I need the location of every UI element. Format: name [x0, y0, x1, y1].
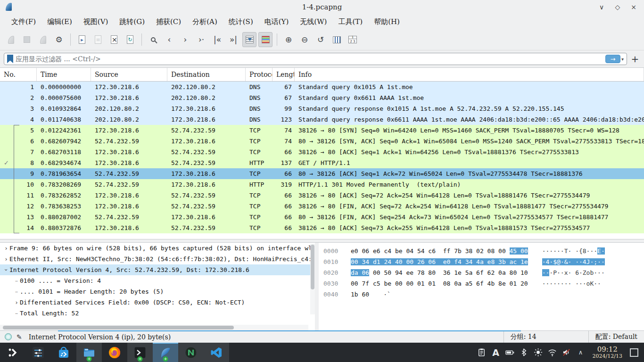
menu-help[interactable]: 帮助(H): [368, 16, 405, 28]
find-packet-button[interactable]: [146, 32, 160, 47]
menu-wireless[interactable]: 无线(W): [294, 16, 332, 28]
hex-bytes[interactable]: da 06 00 50 94 ee 78 80 36 1e 5a 6f 62 0…: [351, 267, 528, 278]
packet-row-6[interactable]: 60.68260794252.74.232.59172.30.218.6TCP7…: [0, 136, 644, 147]
auto-scroll-button[interactable]: [242, 32, 256, 47]
taskbar-discover-button[interactable]: [51, 343, 76, 362]
detail-line-4[interactable]: –0100 .... = Version: 4: [0, 275, 315, 286]
hex-row-4[interactable]: 003000 7f c5 be 00 00 01 01 08 0a a5 6f …: [323, 278, 644, 289]
packet-row-12[interactable]: 120.783638253172.30.218.652.74.232.59TCP…: [0, 201, 644, 212]
menu-go[interactable]: 跳转(G): [114, 16, 150, 28]
display-filter-box[interactable]: → ▾: [4, 53, 627, 65]
hex-bytes[interactable]: 00 34 d1 24 40 00 26 06 e0 f4 34 4a e8 3…: [351, 256, 528, 267]
column-header-len[interactable]: Length: [272, 68, 295, 81]
capture-comment-icon[interactable]: ✎: [17, 333, 22, 341]
close-button-icon[interactable]: ×: [629, 3, 638, 11]
ascii-bytes[interactable]: ······T· ·{8···E·: [542, 246, 605, 256]
zoom-out-button[interactable]: ⊖: [297, 32, 312, 47]
taskbar-neovim-button[interactable]: [178, 343, 204, 362]
column-header-proto[interactable]: Protocol: [246, 68, 272, 81]
add-filter-button[interactable]: +: [630, 53, 640, 65]
column-header-no[interactable]: No.: [0, 68, 37, 81]
filter-bookmark-icon[interactable]: [7, 55, 13, 63]
ascii-bytes[interactable]: ·4·$@·&· ··4J·;··: [542, 256, 605, 267]
go-to-packet-button[interactable]: ›·: [194, 32, 208, 47]
horizontal-splitter[interactable]: [0, 239, 644, 243]
hex-bytes[interactable]: 1b 60: [351, 289, 369, 300]
colorize-button[interactable]: [258, 32, 272, 47]
column-header-src[interactable]: Source: [91, 68, 167, 81]
taskbar-app-launcher-button[interactable]: [0, 343, 25, 362]
ascii-bytes[interactable]: ········ ···oK··: [542, 278, 605, 289]
collapsed-arrow-icon[interactable]: ›: [13, 297, 20, 308]
column-header-info[interactable]: Info: [295, 68, 644, 81]
hex-bytes[interactable]: 00 7f c5 be 00 00 01 01 08 0a a5 6f 4b 8…: [351, 278, 528, 289]
detail-line-2[interactable]: ›Ethernet II, Src: NewH3CTechno_7b:38:02…: [0, 254, 315, 264]
packet-row-7[interactable]: 70.682703118172.30.218.652.74.232.59TCP6…: [0, 147, 644, 157]
apply-filter-button[interactable]: →: [605, 55, 620, 63]
resize-columns-button[interactable]: [330, 32, 344, 47]
column-header-dst[interactable]: Destination: [167, 68, 246, 81]
taskbar-terminal-button[interactable]: +: [127, 343, 153, 362]
detail-line-3[interactable]: ›Internet Protocol Version 4, Src: 52.74…: [0, 264, 315, 275]
packet-row-10[interactable]: 100.78320826952.74.232.59172.30.218.6HTT…: [0, 179, 644, 190]
packet-row-4[interactable]: 40.011740638202.120.80.2172.30.218.6DNS1…: [0, 114, 644, 125]
taskbar-vscode-button[interactable]: [204, 343, 229, 362]
minimize-button-icon[interactable]: ∨: [597, 3, 606, 11]
hex-row-3[interactable]: 0020da 06 00 50 94 ee 78 80 36 1e 5a 6f …: [323, 267, 644, 278]
menu-analyze[interactable]: 分析(A): [187, 16, 223, 28]
menu-tools[interactable]: 工具(T): [332, 16, 368, 28]
packet-row-13[interactable]: 130.88028700252.74.232.59172.30.218.6TCP…: [0, 212, 644, 222]
go-back-button[interactable]: ‹: [162, 32, 176, 47]
status-profile[interactable]: 配置: Default: [595, 333, 637, 341]
filter-dropdown-icon[interactable]: ▾: [621, 57, 624, 62]
zoom-in-button[interactable]: ⊕: [281, 32, 296, 47]
packet-row-5[interactable]: 50.012242361172.30.218.652.74.232.59TCP7…: [0, 125, 644, 136]
zoom-reset-button[interactable]: ↺: [314, 32, 328, 47]
expanded-arrow-icon[interactable]: ›: [1, 267, 12, 273]
hex-row-1[interactable]: 0000e0 06 e6 c4 be 04 54 c6 ff 7b 38 02 …: [323, 246, 644, 256]
detail-line-5[interactable]: –.... 0101 = Header Length: 20 bytes (5): [0, 286, 315, 297]
ascii-bytes[interactable]: ·`: [383, 289, 391, 300]
packet-row-2[interactable]: 20.000075600172.30.218.6202.120.80.2DNS6…: [0, 92, 644, 103]
clipboard-icon[interactable]: [476, 346, 488, 359]
bluetooth-icon[interactable]: [518, 346, 530, 359]
menu-edit[interactable]: 编辑(E): [41, 16, 78, 28]
menu-file[interactable]: 文件(F): [6, 16, 41, 28]
restart-capture-button[interactable]: [36, 32, 50, 47]
go-forward-button[interactable]: ›: [178, 32, 192, 47]
taskbar-settings-button[interactable]: [25, 343, 51, 362]
reload-file-button[interactable]: [123, 32, 137, 47]
close-file-button[interactable]: [107, 32, 121, 47]
hex-bytes[interactable]: e0 06 e6 c4 be 04 54 c6 ff 7b 38 02 08 0…: [351, 246, 528, 256]
packet-row-8[interactable]: 80.682934674172.30.218.652.74.232.59HTTP…: [0, 157, 644, 168]
open-file-button[interactable]: [75, 32, 89, 47]
hex-row-5[interactable]: 00401b 60·`: [323, 289, 644, 300]
detail-vertical-scrollbar[interactable]: [310, 244, 315, 314]
menu-telephony[interactable]: 电话(Y): [259, 16, 295, 28]
packet-row-9[interactable]: 90.78196365452.74.232.59172.30.218.6TCP6…: [0, 168, 644, 179]
packet-row-3[interactable]: 30.010932864202.120.80.2172.30.218.6DNS9…: [0, 103, 644, 114]
last-packet-button[interactable]: »|: [226, 32, 240, 47]
layout-button[interactable]: [346, 32, 360, 47]
detail-line-7[interactable]: –Total Length: 52: [0, 308, 315, 319]
menu-capture[interactable]: 捕获(C): [150, 16, 187, 28]
column-header-time[interactable]: Time: [37, 68, 91, 81]
first-packet-button[interactable]: |«: [210, 32, 224, 47]
detail-horizontal-scrollbar[interactable]: [0, 325, 308, 330]
detail-line-1[interactable]: ›Frame 9: 66 bytes on wire (528 bits), 6…: [0, 243, 315, 254]
taskbar-firefox-button[interactable]: [102, 343, 127, 362]
show-desktop-button[interactable]: [630, 348, 638, 357]
volume-muted-icon[interactable]: [561, 346, 573, 359]
capture-options-button[interactable]: ⚙: [52, 32, 66, 47]
taskbar-file-manager-button[interactable]: +: [76, 343, 102, 362]
expert-info-icon[interactable]: [5, 333, 12, 340]
packet-row-14[interactable]: 140.880372876172.30.218.652.74.232.59TCP…: [0, 222, 644, 233]
packet-row-1[interactable]: 10.000000000172.30.218.6202.120.80.2DNS6…: [0, 82, 644, 92]
maximize-button-icon[interactable]: ◇: [613, 3, 622, 11]
battery-icon[interactable]: [504, 346, 516, 359]
brightness-icon[interactable]: [532, 346, 545, 359]
hex-row-2[interactable]: 001000 34 d1 24 40 00 26 06 e0 f4 34 4a …: [323, 256, 644, 267]
tray-expander-icon[interactable]: ∧: [575, 346, 587, 359]
start-capture-button[interactable]: [4, 32, 18, 47]
wifi-icon[interactable]: [546, 346, 559, 359]
